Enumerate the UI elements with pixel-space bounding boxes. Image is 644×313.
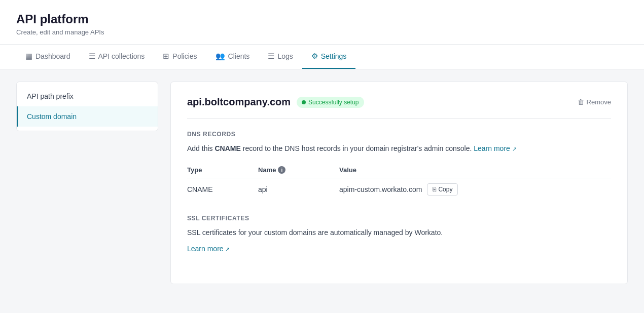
tab-settings-label: Settings [321,52,347,60]
status-label: Successfully setup [308,99,359,106]
cell-type: CNAME [187,185,258,193]
ssl-certificates-title: SSL CERTIFICATES [187,215,611,222]
tab-policies-label: Policies [172,52,197,60]
remove-button[interactable]: 🗑 Remove [578,98,611,106]
sidebar-item-api-path-prefix[interactable]: API path prefix [17,86,158,106]
tab-clients[interactable]: 👥 Clients [206,45,259,69]
tab-logs-label: Logs [277,52,293,60]
clients-icon: 👥 [216,52,225,61]
status-badge: Successfully setup [297,97,364,108]
dns-records-description: Add this CNAME record to the DNS host re… [187,143,611,154]
col-value: Value [339,166,611,174]
dns-learn-more-link[interactable]: Learn more ↗ [474,144,516,152]
cell-name: api [258,185,339,193]
tab-settings[interactable]: ⚙ Settings [302,45,356,69]
dns-records-title: DNS RECORDS [187,131,611,138]
dns-table: Type Name i Value CNAME api apim-custom.… [187,162,611,201]
main-content: api.boltcompany.com Successfully setup 🗑… [170,82,628,284]
domain-header: api.boltcompany.com Successfully setup 🗑… [187,96,611,119]
dashboard-icon: ▦ [25,52,32,61]
name-info-icon[interactable]: i [278,166,285,174]
policies-icon: ⊞ [163,52,169,61]
status-dot-icon [302,100,306,104]
dns-records-section: DNS RECORDS Add this CNAME record to the… [187,131,611,201]
content-area: API path prefix Custom domain api.boltco… [0,69,644,296]
settings-icon: ⚙ [311,52,318,61]
domain-name: api.boltcompany.com [187,96,291,108]
tab-logs[interactable]: ☰ Logs [259,45,302,69]
col-type: Type [187,166,258,174]
tab-policies[interactable]: ⊞ Policies [154,45,206,69]
tab-api-collections-label: API collections [98,52,145,60]
dns-table-header: Type Name i Value [187,162,611,178]
page-title: API platform [16,12,628,26]
copy-icon: ⎘ [433,186,436,193]
table-row: CNAME api apim-custom.workato.com ⎘ Copy [187,178,611,201]
ssl-learn-more-link[interactable]: Learn more ↗ [187,245,230,253]
tab-dashboard[interactable]: ▦ Dashboard [16,45,80,69]
api-collections-icon: ☰ [89,52,95,61]
ssl-certificates-section: SSL CERTIFICATES SSL certificates for yo… [187,215,611,252]
tab-api-collections[interactable]: ☰ API collections [80,45,154,69]
external-link-icon-ssl: ↗ [225,246,230,252]
col-name: Name i [258,166,339,174]
nav-tabs: ▦ Dashboard ☰ API collections ⊞ Policies… [0,45,644,69]
sidebar-item-custom-domain[interactable]: Custom domain [17,106,158,127]
tab-clients-label: Clients [228,52,250,60]
trash-icon: 🗑 [578,98,584,106]
copy-button[interactable]: ⎘ Copy [427,183,458,195]
page-subtitle: Create, edit and manage APIs [16,28,628,36]
page-header: API platform Create, edit and manage API… [0,0,644,45]
cell-value: apim-custom.workato.com ⎘ Copy [339,183,611,195]
external-link-icon: ↗ [512,146,517,152]
tab-dashboard-label: Dashboard [35,52,70,60]
sidebar: API path prefix Custom domain [16,82,158,131]
logs-icon: ☰ [268,52,274,61]
ssl-certificates-description: SSL certificates for your custom domains… [187,227,611,238]
